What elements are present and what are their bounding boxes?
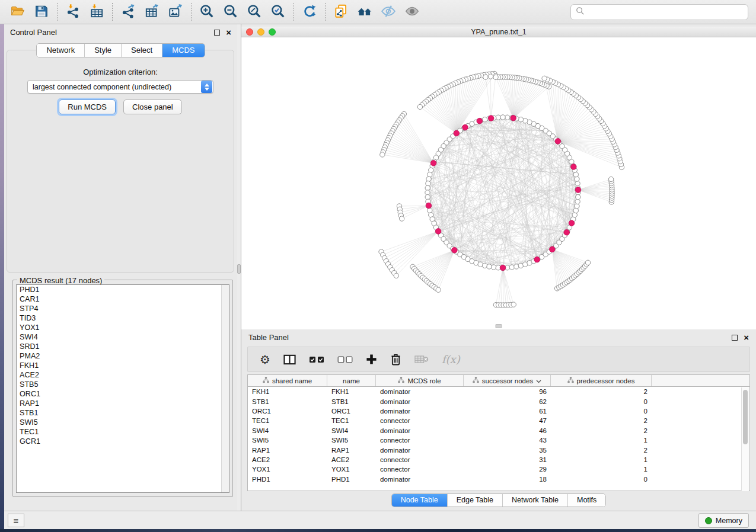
table-row[interactable]: SWI5SWI5connector431 [248,435,749,445]
mcds-result-item[interactable]: YOX1 [17,323,229,332]
export-table-button[interactable] [140,2,164,22]
table-cell[interactable]: YOX1 [327,466,376,473]
import-table-button[interactable] [85,2,109,22]
table-cell[interactable]: SWI4 [327,427,376,434]
table-cell[interactable]: connector [376,437,464,444]
memory-button[interactable]: Memory [698,513,749,528]
table-row[interactable]: ACE2ACE2connector311 [248,455,749,464]
column-header-predecessor-nodes[interactable]: predecessor nodes [551,375,652,386]
show-all-button[interactable] [400,2,424,22]
table-cell[interactable]: STB1 [248,398,327,405]
export-image-button[interactable] [164,2,187,22]
mcds-list-scrollbar[interactable] [221,285,229,492]
import-network-button[interactable] [61,2,85,22]
table-cell[interactable]: 43 [464,437,551,444]
table-cell[interactable]: dominator [376,476,464,483]
mcds-result-item[interactable]: SRD1 [17,342,229,351]
zoom-fit-button[interactable] [243,2,266,22]
table-cell[interactable]: ORC1 [248,408,327,415]
table-cell[interactable]: 1 [551,456,652,463]
refresh-layout-button[interactable] [298,2,321,22]
mcds-result-item[interactable]: TEC1 [17,427,229,437]
table-cell[interactable]: RAP1 [248,447,327,454]
table-row[interactable]: STB1STB1dominator620 [248,396,749,406]
table-cell[interactable]: 62 [464,398,551,405]
table-cell[interactable]: ORC1 [327,408,376,415]
delete-table-button[interactable] [414,351,429,368]
table-cell[interactable]: 0 [551,398,652,405]
tab-mcds[interactable]: MCDS [162,44,204,57]
mcds-result-item[interactable]: FKH1 [17,361,229,370]
mcds-result-item[interactable]: CAR1 [17,294,229,304]
table-cell[interactable]: TEC1 [248,417,327,424]
table-row[interactable]: TEC1TEC1connector472 [248,416,749,425]
panel-splitter[interactable] [237,24,241,511]
mcds-result-item[interactable]: STP4 [17,304,229,313]
table-cell[interactable]: 0 [551,476,652,483]
column-header-successor-nodes[interactable]: successor nodes [464,375,551,386]
table-cell[interactable]: 46 [464,427,551,434]
column-view-button[interactable] [283,351,296,368]
mcds-result-item[interactable]: SWI5 [17,418,229,427]
table-cell[interactable]: SWI4 [248,427,327,434]
table-cell[interactable]: 2 [551,388,652,395]
table-cell[interactable]: dominator [376,388,464,395]
first-neighbors-button[interactable] [353,2,377,22]
select-all-columns-button[interactable] [309,351,324,368]
table-cell[interactable]: SWI5 [327,437,376,444]
network-splitter-grip[interactable] [496,324,502,328]
create-column-button[interactable] [366,351,377,368]
table-row[interactable]: ORC1ORC1dominator610 [248,406,749,416]
table-cell[interactable]: YOX1 [248,466,327,473]
export-network-button[interactable] [116,2,140,22]
function-builder-button[interactable]: f(x) [442,351,460,368]
table-cell[interactable]: FKH1 [327,388,376,395]
table-row[interactable]: RAP1RAP1dominator352 [248,445,749,454]
table-cell[interactable]: RAP1 [327,447,376,454]
float-table-panel-icon[interactable] [732,335,738,341]
copy-network-style-button[interactable] [329,2,353,22]
unselect-all-columns-button[interactable] [337,351,353,368]
table-tab-motifs[interactable]: Motifs [568,494,605,507]
table-cell[interactable]: ACE2 [327,456,376,463]
column-header-shared-name[interactable]: shared name [248,375,327,386]
table-cell[interactable]: 47 [464,417,551,424]
delete-column-button[interactable] [390,351,401,368]
table-cell[interactable]: FKH1 [248,388,327,395]
mcds-result-item[interactable]: RAP1 [17,399,229,408]
table-row[interactable]: SWI4SWI4dominator462 [248,426,749,435]
zoom-in-button[interactable] [195,2,219,22]
table-cell[interactable]: TEC1 [327,417,376,424]
tab-style[interactable]: Style [85,44,122,57]
table-cell[interactable]: 1 [551,437,652,444]
table-cell[interactable]: 29 [464,466,551,473]
table-cell[interactable]: connector [376,466,464,473]
table-cell[interactable]: connector [376,417,464,424]
table-scrollbar-thumb[interactable] [743,390,748,444]
table-cell[interactable]: dominator [376,408,464,415]
table-cell[interactable]: 2 [551,447,652,454]
table-cell[interactable]: connector [376,456,464,463]
mcds-result-item[interactable]: STB5 [17,380,229,389]
tab-network[interactable]: Network [37,44,85,57]
criterion-dropdown[interactable]: largest connected component (undirected) [27,80,213,94]
save-session-button[interactable] [30,2,53,22]
table-row[interactable]: YOX1YOX1connector291 [248,464,749,474]
table-cell[interactable]: 35 [464,447,551,454]
table-options-button[interactable]: ⚙ [260,351,270,368]
mcds-result-item[interactable]: PMA2 [17,351,229,361]
task-history-button[interactable]: ≡ [8,514,24,527]
table-tab-edge-table[interactable]: Edge Table [448,494,503,507]
table-cell[interactable]: dominator [376,447,464,454]
zoom-out-button[interactable] [219,2,243,22]
close-panel-icon[interactable]: × [226,28,231,37]
mcds-result-item[interactable]: STB1 [17,408,229,418]
zoom-selected-button[interactable] [266,2,290,22]
mcds-result-item[interactable]: TID3 [17,313,229,323]
column-header-name[interactable]: name [327,375,376,386]
mcds-result-item[interactable]: SWI4 [17,332,229,342]
network-graph[interactable] [241,37,756,329]
table-cell[interactable]: STB1 [327,398,376,405]
table-tab-network-table[interactable]: Network Table [503,494,568,507]
search-input[interactable] [588,8,743,17]
